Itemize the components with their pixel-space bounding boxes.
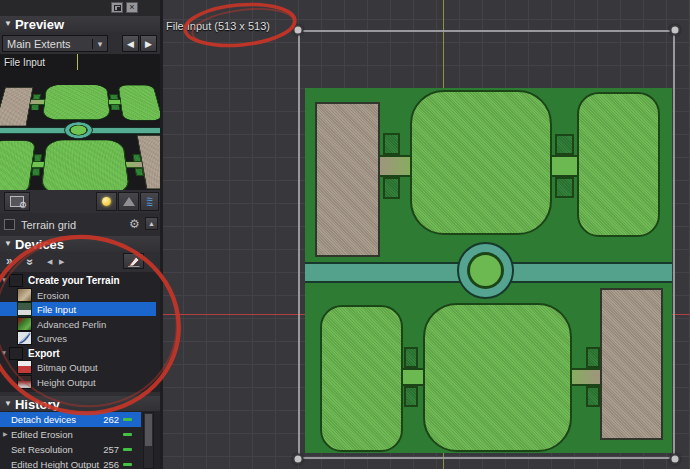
chevron-down-icon: ▾ bbox=[92, 39, 107, 49]
history-item-detach-devices[interactable]: Detach devices 262 bbox=[0, 412, 141, 427]
device-item-advanced-perlin[interactable]: Advanced Perlin bbox=[0, 317, 156, 331]
history-value: 257 bbox=[103, 442, 119, 457]
device-item-height-output[interactable]: Height Output bbox=[0, 375, 156, 389]
lightbulb-icon bbox=[102, 197, 111, 206]
height-output-device-icon bbox=[17, 375, 32, 389]
device-item-file-input[interactable]: File Input bbox=[0, 302, 156, 316]
preview-axis-line bbox=[77, 54, 78, 70]
history-value: 262 bbox=[103, 412, 119, 427]
pad-bottom-center bbox=[423, 303, 572, 452]
devices-title: Devices bbox=[15, 237, 64, 252]
application-window: File Input (513 x 513) bbox=[0, 0, 690, 469]
pad-bottom-center bbox=[41, 140, 131, 190]
device-label: File Input bbox=[37, 304, 76, 315]
notch bbox=[135, 168, 144, 176]
history-item-set-resolution[interactable]: Set Resolution 257 bbox=[0, 442, 141, 457]
next-extent-button[interactable]: ▶ bbox=[140, 35, 157, 52]
group-icon bbox=[9, 347, 23, 360]
terrain-grid-label: Terrain grid bbox=[21, 219, 76, 231]
pad-top-right bbox=[118, 85, 160, 120]
selection-handle-top-right[interactable] bbox=[670, 25, 681, 36]
history-label: Set Resolution bbox=[11, 442, 73, 457]
lot-bottom-right bbox=[600, 288, 663, 440]
history-scrollbar-thumb[interactable] bbox=[145, 414, 152, 446]
waves-icon: ≈ ≈ bbox=[146, 197, 152, 207]
pad-top-center bbox=[42, 85, 111, 120]
device-item-erosion[interactable]: Erosion bbox=[0, 288, 156, 302]
group-icon bbox=[9, 274, 23, 287]
notch bbox=[383, 133, 400, 155]
preview-terrain-render bbox=[0, 84, 160, 190]
notch bbox=[109, 95, 118, 100]
devices-section-header[interactable]: ▼ Devices bbox=[0, 236, 160, 252]
device-label: Height Output bbox=[37, 377, 96, 388]
next-device-button[interactable]: ▶ bbox=[59, 258, 64, 266]
panel-splitter[interactable] bbox=[160, 0, 163, 469]
display-icon: ⚙ bbox=[10, 196, 24, 207]
notch bbox=[555, 134, 574, 155]
preview-toolbar: ⚙ ≈ ≈ bbox=[0, 190, 160, 213]
notch bbox=[586, 347, 600, 368]
history-item-edited-height-output[interactable]: Edited Height Output 256 bbox=[0, 457, 141, 469]
device-tree: ▾ Create your Terrain Erosion File Input… bbox=[0, 272, 160, 392]
bitmap-output-device-icon bbox=[17, 360, 32, 374]
terrain-3d-preview[interactable]: File Input bbox=[0, 54, 160, 190]
collapse-all-button[interactable]: » bbox=[23, 259, 37, 266]
notch bbox=[133, 154, 142, 161]
preview-section-header[interactable]: ▼ Preview bbox=[0, 16, 160, 32]
layout-viewport[interactable]: File Input (513 x 513) bbox=[163, 0, 690, 469]
lighting-toggle-button[interactable] bbox=[96, 192, 117, 211]
status-ok-indicator bbox=[123, 463, 132, 466]
scroll-up-icon: ▲ bbox=[148, 220, 155, 227]
notch bbox=[586, 386, 600, 407]
render-options-button[interactable]: ⚙ bbox=[4, 192, 30, 211]
device-item-curves[interactable]: Curves bbox=[0, 331, 156, 345]
extent-dropdown[interactable]: Main Extents ▾ bbox=[2, 35, 108, 52]
extent-dropdown-value: Main Extents bbox=[3, 38, 92, 50]
status-ok-indicator bbox=[123, 433, 132, 436]
terrain-grid-checkbox[interactable] bbox=[4, 219, 15, 230]
preview-title: Preview bbox=[15, 17, 64, 32]
history-label: Detach devices bbox=[11, 412, 76, 427]
selection-size-label: File Input (513 x 513) bbox=[166, 20, 270, 32]
terrain-map-image[interactable] bbox=[305, 88, 672, 453]
water-toggle-button[interactable]: ≈ ≈ bbox=[140, 192, 159, 211]
float-icon-dot bbox=[117, 7, 120, 10]
expand-all-button[interactable]: » bbox=[6, 254, 13, 268]
device-group-export[interactable]: ▾ Export bbox=[0, 346, 156, 360]
selection-handle-bottom-left[interactable] bbox=[293, 454, 304, 465]
preview-settings-row: Terrain grid ⚙ ▲ bbox=[0, 213, 160, 236]
grid-settings-button[interactable]: ⚙ bbox=[129, 218, 140, 230]
device-label: Advanced Perlin bbox=[37, 319, 106, 330]
extent-selector-row: Main Extents ▾ ◀ ▶ bbox=[0, 34, 160, 54]
close-icon: × bbox=[129, 2, 134, 12]
file-input-device-icon bbox=[17, 302, 32, 316]
flag-tool-button[interactable] bbox=[123, 253, 144, 269]
history-item-edited-erosion[interactable]: ▶ Edited Erosion bbox=[0, 427, 141, 442]
mountain-icon bbox=[123, 197, 135, 206]
history-label: Edited Height Output bbox=[11, 457, 99, 469]
previous-device-button[interactable]: ◀ bbox=[47, 258, 52, 266]
device-label: Bitmap Output bbox=[37, 362, 98, 373]
chevron-down-icon: ▾ bbox=[0, 349, 8, 357]
close-panel-button[interactable]: × bbox=[126, 2, 138, 13]
previous-extent-button[interactable]: ◀ bbox=[122, 35, 139, 52]
device-label: Curves bbox=[37, 333, 67, 344]
device-group-create-your-terrain[interactable]: ▾ Create your Terrain bbox=[0, 273, 156, 287]
lot-top-left bbox=[0, 87, 33, 126]
history-section-header[interactable]: ▼ History bbox=[0, 396, 160, 412]
devices-toolbar: » » ◀ ▶ bbox=[0, 253, 160, 272]
advanced-perlin-device-icon bbox=[17, 317, 32, 331]
status-ok-indicator bbox=[123, 418, 132, 421]
selection-handle-top-left[interactable] bbox=[293, 25, 304, 36]
notch bbox=[32, 168, 41, 176]
float-panel-button[interactable] bbox=[111, 2, 123, 13]
bridge-bottom-left bbox=[403, 368, 423, 386]
panel-titlebar: × bbox=[0, 0, 160, 16]
selection-handle-bottom-right[interactable] bbox=[670, 454, 681, 465]
terrain-view-button[interactable] bbox=[118, 192, 139, 211]
device-item-bitmap-output[interactable]: Bitmap Output bbox=[0, 360, 156, 374]
history-scrollbar[interactable] bbox=[143, 412, 154, 469]
settings-scroll-up-button[interactable]: ▲ bbox=[145, 217, 158, 230]
pad-top-right bbox=[577, 92, 660, 237]
